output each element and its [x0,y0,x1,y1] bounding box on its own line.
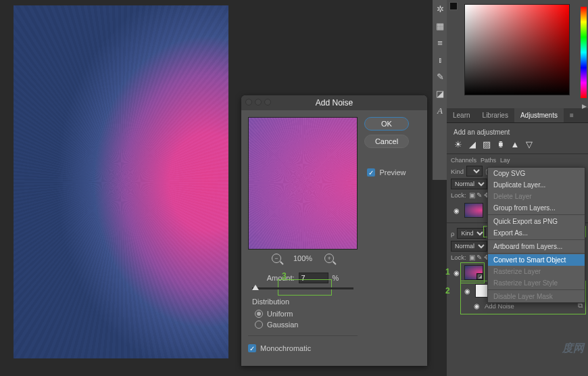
bars-icon[interactable]: ⫾ [438,55,443,65]
amount-unit: % [333,274,339,282]
gaussian-radio[interactable]: Gaussian [255,321,358,329]
tab-libraries[interactable]: Libraries [476,108,514,122]
menu-disable-mask: Disable Layer Mask [488,291,585,302]
levels-icon: ◢ [468,140,477,148]
panel-tabs[interactable]: Learn Libraries Adjustments ≡ [447,108,588,123]
adjustment-icons[interactable]: ☀◢▨⧯▲▽ [454,140,581,148]
vertical-toolbar[interactable]: ✲ ▦ ≡ ⫾ ✎ ◪ A [433,0,447,180]
add-noise-dialog: Add Noise − 100% + 3 Amount: % Distribut… [241,95,427,366]
wheel-icon[interactable]: ✲ [437,4,444,14]
uniform-radio[interactable]: Uniform [255,310,358,318]
foreground-swatch[interactable] [449,2,458,10]
menu-quick-export[interactable]: Quick Export as PNG [488,216,585,227]
zoom-out-icon[interactable]: − [272,254,281,263]
tab-learn[interactable]: Learn [447,108,476,122]
callout-2-label: 2 [445,286,450,296]
watermark: 度网 [562,342,584,356]
curves-icon: ▨ [482,140,491,148]
visibility-icon: ◉ [452,207,460,214]
tab-adjustments[interactable]: Adjustments [514,108,564,122]
monochromatic-checkbox[interactable]: ✓Monochromatic [248,344,358,352]
grid-icon[interactable]: ▦ [436,21,444,31]
zoom-level: 100% [293,254,312,262]
menu-group-from-layers[interactable]: Group from Layers... [488,202,585,214]
menu-rasterize-style: Rasterize Layer Style [488,277,585,289]
dialog-title: Add Noise [316,98,353,108]
menu-duplicate-layer[interactable]: Duplicate Layer... [488,179,585,191]
layer-thumbnail[interactable] [464,203,483,218]
layer-context-menu[interactable]: Copy SVG Duplicate Layer... Delete Layer… [487,167,585,303]
menu-convert-smart-object[interactable]: Convert to Smart Object [488,254,585,266]
distribution-label: Distribution [252,298,358,306]
document-artboard [14,5,228,358]
exposure-icon: ⧯ [496,140,506,148]
filter-kind2[interactable]: Kind [457,228,486,239]
blend-mode[interactable]: Normal [451,179,487,189]
cancel-button[interactable]: Cancel [364,135,409,148]
brush-icon[interactable]: ✎ [437,72,444,82]
filter-kind[interactable] [466,166,483,177]
dialog-titlebar[interactable]: Add Noise [241,95,427,110]
hue-slider[interactable] [581,7,587,98]
menu-artboard-from-layers[interactable]: Artboard from Layers... [488,241,585,252]
color-panel[interactable]: ▶ [447,0,588,108]
swatch-icon[interactable]: ◪ [436,89,444,99]
vibrance-icon: ▲ [510,140,520,148]
brightness-icon: ☀ [454,140,463,148]
guides-icon[interactable]: ≡ [437,38,443,48]
menu-rasterize-layer: Rasterize Layer [488,266,585,277]
add-adjustment-label: Add an adjustment [454,128,510,136]
menu-delete-layer: Delete Layer [488,191,585,202]
type-icon[interactable]: A [437,105,443,116]
callout-1-label: 1 [445,267,450,277]
preview-checkbox[interactable]: ✓Preview [367,168,406,177]
filter-preview[interactable] [248,117,358,250]
ok-button[interactable]: OK [364,117,409,131]
panel-menu-icon[interactable]: ≡ [564,108,580,122]
amount-slider[interactable] [252,287,353,289]
zoom-in-icon[interactable]: + [324,254,334,263]
invert-icon: ▽ [524,140,534,148]
menu-copy-svg[interactable]: Copy SVG [488,168,585,179]
blend-mode2[interactable]: Normal [451,241,487,252]
window-controls[interactable] [245,99,271,105]
visibility-icon: ◉ [452,269,460,277]
menu-export-as[interactable]: Export As... [488,227,585,239]
